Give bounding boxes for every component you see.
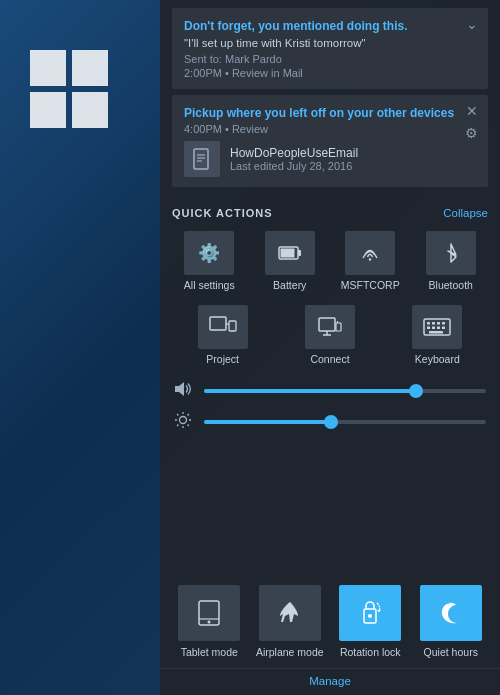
notif1-time: 2:00PM <box>184 67 222 79</box>
qa-msftcorp-label: MSFTCORP <box>341 279 400 291</box>
notif2-close-icon[interactable]: ✕ <box>466 103 478 119</box>
bottom-tiles: Tablet mode Airplane mode Rotation l <box>160 579 500 668</box>
qa-msftcorp-icon <box>345 231 395 275</box>
notif2-time: 4:00PM <box>184 123 222 135</box>
tile-rotation-lock-box <box>339 585 401 641</box>
qa-project[interactable]: Project <box>172 303 273 367</box>
notif1-sent: Sent to: Mark Pardo <box>184 53 476 65</box>
svg-rect-23 <box>437 326 440 329</box>
svg-rect-17 <box>427 322 430 325</box>
tile-tablet-mode[interactable]: Tablet mode <box>172 585 247 660</box>
svg-rect-6 <box>280 248 294 257</box>
svg-rect-8 <box>210 317 226 330</box>
svg-rect-20 <box>442 322 445 325</box>
qa-keyboard[interactable]: Keyboard <box>387 303 488 367</box>
notif2-time-action: 4:00PM • Review <box>184 123 476 135</box>
tile-tablet-mode-box <box>178 585 240 641</box>
doc-date: Last edited July 28, 2016 <box>230 160 358 172</box>
quick-actions-collapse-btn[interactable]: Collapse <box>443 207 488 219</box>
qa-project-label: Project <box>206 353 239 365</box>
action-center-panel: Don't forget, you mentioned doing this. … <box>160 0 500 695</box>
notif1-title: Don't forget, you mentioned doing this. <box>184 18 476 35</box>
svg-point-27 <box>180 416 187 423</box>
volume-thumb[interactable] <box>409 384 423 398</box>
volume-fill <box>204 389 416 393</box>
notifications-area: Don't forget, you mentioned doing this. … <box>160 0 500 197</box>
notification-card-2: Pickup where you left off on your other … <box>172 95 488 187</box>
qa-battery-label: Battery <box>273 279 306 291</box>
qa-all-settings-label: All settings <box>184 279 235 291</box>
svg-rect-18 <box>432 322 435 325</box>
manage-link[interactable]: Manage <box>172 675 488 687</box>
svg-point-40 <box>368 614 372 618</box>
qa-battery-icon <box>265 231 315 275</box>
qa-all-settings-icon: ⚙️ <box>184 231 234 275</box>
qa-bluetooth-icon <box>426 231 476 275</box>
notification-card-1: Don't forget, you mentioned doing this. … <box>172 8 488 89</box>
notif1-time-review: 2:00PM • Review in Mail <box>184 67 476 79</box>
qa-all-settings[interactable]: ⚙️ All settings <box>172 229 247 293</box>
svg-rect-19 <box>437 322 440 325</box>
qa-keyboard-label: Keyboard <box>415 353 460 365</box>
document-icon <box>193 148 211 170</box>
svg-rect-22 <box>432 326 435 329</box>
quick-actions-row1: ⚙️ All settings Battery <box>172 229 488 293</box>
notif2-action: Review <box>232 123 268 135</box>
svg-rect-5 <box>298 250 301 256</box>
svg-line-35 <box>177 424 178 425</box>
tile-airplane-mode-label: Airplane mode <box>256 646 324 660</box>
quick-actions-row2: Project Connect <box>172 303 488 367</box>
volume-icon <box>174 381 196 401</box>
tile-tablet-mode-label: Tablet mode <box>181 646 238 660</box>
svg-point-37 <box>208 621 211 624</box>
notif1-collapse-icon[interactable]: ⌄ <box>466 16 478 32</box>
brightness-fill <box>204 420 331 424</box>
qa-connect-icon <box>305 305 355 349</box>
tile-airplane-mode[interactable]: Airplane mode <box>253 585 328 660</box>
notif2-gear-icon[interactable]: ⚙ <box>465 125 478 141</box>
brightness-thumb[interactable] <box>324 415 338 429</box>
tile-rotation-lock[interactable]: Rotation lock <box>333 585 408 660</box>
svg-rect-9 <box>229 321 236 331</box>
doc-info: HowDoPeopleUseEmail Last edited July 28,… <box>230 146 358 172</box>
tile-quiet-hours[interactable]: Quiet hours <box>414 585 489 660</box>
svg-line-33 <box>188 424 189 425</box>
notif1-review: Review in Mail <box>232 67 303 79</box>
volume-slider-row <box>172 381 488 401</box>
brightness-icon <box>174 411 196 433</box>
svg-line-34 <box>188 414 189 415</box>
doc-icon-box <box>184 141 220 177</box>
manage-bar: Manage <box>160 668 500 695</box>
svg-rect-0 <box>194 149 208 169</box>
qa-msftcorp[interactable]: MSFTCORP <box>333 229 408 293</box>
qa-connect[interactable]: Connect <box>279 303 380 367</box>
tile-quiet-hours-label: Quiet hours <box>424 646 478 660</box>
svg-rect-21 <box>427 326 430 329</box>
qa-project-icon <box>198 305 248 349</box>
qa-connect-label: Connect <box>310 353 349 365</box>
notif1-quote: "I'll set up time with Kristi tomorrow" <box>184 35 476 51</box>
notif2-title: Pickup where you left off on your other … <box>184 105 476 122</box>
svg-line-32 <box>177 414 178 415</box>
quick-actions-header: QUICK ACTIONS Collapse <box>172 207 488 219</box>
notif2-doc-row: HowDoPeopleUseEmail Last edited July 28,… <box>184 141 476 177</box>
volume-track[interactable] <box>204 389 486 393</box>
svg-rect-24 <box>442 326 445 329</box>
qa-bluetooth[interactable]: Bluetooth <box>414 229 489 293</box>
qa-bluetooth-label: Bluetooth <box>429 279 473 291</box>
quick-actions-section: QUICK ACTIONS Collapse ⚙️ All settings B… <box>160 197 500 580</box>
brightness-slider-row <box>172 411 488 433</box>
notif2-sep: • <box>225 123 232 135</box>
tile-airplane-mode-box <box>259 585 321 641</box>
doc-name: HowDoPeopleUseEmail <box>230 146 358 160</box>
qa-keyboard-icon <box>412 305 462 349</box>
svg-rect-14 <box>336 323 341 331</box>
qa-battery[interactable]: Battery <box>253 229 328 293</box>
svg-rect-25 <box>429 331 443 334</box>
svg-marker-26 <box>175 382 184 396</box>
svg-point-7 <box>369 258 371 260</box>
tile-rotation-lock-label: Rotation lock <box>340 646 401 660</box>
brightness-track[interactable] <box>204 420 486 424</box>
tile-quiet-hours-box <box>420 585 482 641</box>
notif1-sep1: • <box>225 67 229 79</box>
